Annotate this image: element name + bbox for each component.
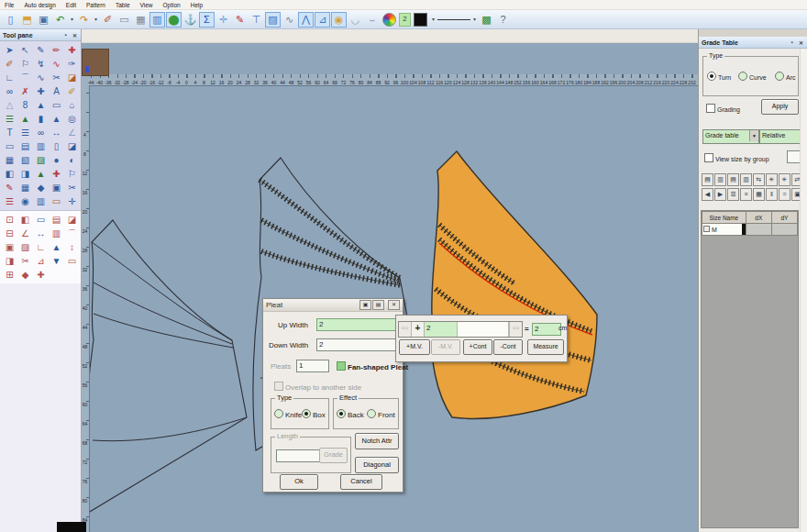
col-dy[interactable]: dY xyxy=(771,212,797,224)
minus-cont-button[interactable]: -Cont xyxy=(493,339,523,355)
tool-icon-g2-17[interactable]: ✂ xyxy=(18,255,32,268)
tool-icon-g1-4[interactable]: ✏ xyxy=(50,44,63,57)
line-color-dropdown-icon[interactable]: ▾ xyxy=(430,12,437,28)
front-radio[interactable] xyxy=(367,409,376,418)
tool-icon-g2-8[interactable]: ↔ xyxy=(34,227,48,240)
tool-icon-g1-36[interactable]: ▭ xyxy=(3,140,17,153)
tool-icon-g1-51[interactable]: ✎ xyxy=(3,182,17,194)
count-badge-icon[interactable]: 2 xyxy=(399,13,411,27)
size-name-cell[interactable]: M xyxy=(702,224,746,236)
apply-button[interactable]: Apply xyxy=(761,99,799,115)
tool-icon-g2-4[interactable]: ▤ xyxy=(50,214,63,227)
dialog-close-icon[interactable]: ✕ xyxy=(388,300,400,310)
tool-icon-g1-50[interactable]: ⚐ xyxy=(65,168,79,181)
tool-icon-g1-2[interactable]: ↖ xyxy=(18,44,32,57)
undo-icon[interactable]: ↶ xyxy=(52,12,68,28)
menu-file[interactable]: File xyxy=(5,2,14,8)
add-subtract-tool-icon[interactable]: ✛ xyxy=(216,12,231,28)
tool-icon-g1-37[interactable]: ▤ xyxy=(18,140,32,153)
tool-icon-g1-14[interactable]: ✂ xyxy=(50,72,63,84)
box-radio[interactable] xyxy=(302,409,311,418)
grade-table-dropdown[interactable]: Grade table▼ xyxy=(702,129,759,144)
tool-icon-g1-28[interactable]: ▮ xyxy=(34,113,48,126)
tool-icon-g1-52[interactable]: ▦ xyxy=(18,182,32,194)
save-icon[interactable]: ▣ xyxy=(36,12,51,28)
grade-tool-icon-2-3[interactable]: ☰ xyxy=(727,188,739,201)
tool-icon-g1-59[interactable]: ▭ xyxy=(50,195,63,208)
line-style-sample-icon[interactable] xyxy=(437,14,470,26)
tool-icon-g1-40[interactable]: ◪ xyxy=(65,140,79,153)
tool-icon-g2-19[interactable]: ▼ xyxy=(50,255,63,268)
format-brush-icon[interactable]: ✐ xyxy=(100,12,116,28)
tool-icon-g1-48[interactable]: ▲ xyxy=(34,168,48,181)
horizon-marker-icon[interactable]: ◉ xyxy=(331,12,347,28)
tool-icon-g1-58[interactable]: ▥ xyxy=(34,195,48,208)
ok-button[interactable]: Ok xyxy=(280,474,318,490)
pattern-piece-left[interactable] xyxy=(85,220,247,513)
tool-icon-g1-21[interactable]: △ xyxy=(3,99,17,112)
fan-shaped-checkbox[interactable] xyxy=(337,361,346,371)
sum-measure-icon[interactable]: Σ xyxy=(199,12,215,28)
diagonal-button[interactable]: Diagonal xyxy=(355,457,399,473)
tool-icon-g1-41[interactable]: ▦ xyxy=(3,154,17,167)
turn-radio[interactable] xyxy=(707,72,716,81)
measure-button[interactable]: Measure xyxy=(527,339,564,355)
value-input[interactable]: 2 xyxy=(425,322,458,337)
pleat-dialog-titlebar[interactable]: Pleat ▣ ▤ ✕ xyxy=(263,299,403,312)
notch-attr-button[interactable]: Notch Attr xyxy=(355,433,399,449)
piece-preview-icon[interactable]: ⬤ xyxy=(166,12,182,28)
view-size-checkbox[interactable] xyxy=(704,153,713,162)
grade-tool-icon-1-3[interactable]: ▤ xyxy=(727,173,739,186)
measure-film-icon[interactable]: ▩ xyxy=(479,12,494,28)
grading-checkbox[interactable] xyxy=(706,104,715,113)
tool-icon-g1-20[interactable]: ✐ xyxy=(65,85,79,98)
set-square-icon[interactable]: ⊿ xyxy=(315,12,330,28)
pleats-input[interactable]: 1 xyxy=(296,360,329,372)
plus-button[interactable]: + xyxy=(412,322,425,337)
press-tool-icon[interactable]: ⊤ xyxy=(249,12,264,28)
tool-icon-g1-24[interactable]: ▭ xyxy=(50,99,63,112)
tool-icon-g1-49[interactable]: ✚ xyxy=(50,168,63,181)
grade-tool-icon-2-6[interactable]: ‖ xyxy=(766,188,778,201)
next-step-button[interactable]: >> xyxy=(509,322,522,337)
ruler-origin-box[interactable] xyxy=(82,49,109,76)
tool-icon-g2-15[interactable]: ↕ xyxy=(65,241,79,254)
drawing-canvas[interactable]: -44-40-36-32-28-24-20-16-12-8-4048121620… xyxy=(82,43,698,532)
pin-icon[interactable]: ▪ xyxy=(789,39,795,45)
menu-help[interactable]: Help xyxy=(191,2,203,8)
dialog-pin-icon[interactable]: ▣ xyxy=(359,300,371,310)
tool-icon-g2-23[interactable]: ✚ xyxy=(34,269,48,282)
detail-pen-icon[interactable]: ✎ xyxy=(232,12,248,28)
grade-tool-icon-1-4[interactable]: ▥ xyxy=(740,173,752,186)
tool-icon-g1-5[interactable]: ✚ xyxy=(65,44,79,57)
tool-icon-g1-60[interactable]: ✛ xyxy=(65,195,79,208)
tool-icon-g1-13[interactable]: ∿ xyxy=(34,72,48,84)
grade-tool-icon-1-7[interactable]: ✳ xyxy=(779,173,790,186)
tool-icon-g2-20[interactable]: ▭ xyxy=(65,255,79,268)
tool-icon-g1-43[interactable]: ▨ xyxy=(34,154,48,167)
prev-step-button[interactable]: << xyxy=(399,322,412,337)
tool-icon-g1-26[interactable]: ☰ xyxy=(3,113,17,126)
tool-icon-g1-54[interactable]: ▣ xyxy=(50,182,63,194)
dialog-shade-icon[interactable]: ▤ xyxy=(372,300,384,310)
open-folder-icon[interactable]: ⬒ xyxy=(19,12,35,28)
tool-icon-g1-8[interactable]: ↯ xyxy=(34,58,48,71)
tool-icon-g1-11[interactable]: ∟ xyxy=(3,72,17,84)
tool-icon-g1-44[interactable]: ● xyxy=(50,154,63,167)
tool-icon-g1-31[interactable]: T xyxy=(3,127,17,139)
tool-icon-g1-33[interactable]: ∞ xyxy=(34,127,48,139)
tool-icon-g1-19[interactable]: A xyxy=(50,85,63,98)
tool-icon-g2-12[interactable]: ▨ xyxy=(18,241,32,254)
tool-icon-g1-1[interactable]: ➤ xyxy=(3,44,17,57)
tool-icon-g1-46[interactable]: ◧ xyxy=(3,168,17,181)
grade-tool-icon-2-4[interactable]: ≡ xyxy=(740,188,752,201)
length-input[interactable] xyxy=(276,449,320,462)
redo-icon[interactable]: ↷ xyxy=(76,12,92,28)
table-row[interactable]: M xyxy=(702,224,798,236)
line-style-dropdown-icon[interactable]: ▾ xyxy=(471,12,478,28)
tool-icon-g2-1[interactable]: ⊡ xyxy=(3,214,17,227)
minus-mv-button[interactable]: -M.V. xyxy=(431,339,460,355)
expression-input[interactable] xyxy=(458,322,509,337)
tool-icon-g1-35[interactable]: ∠ xyxy=(65,127,79,139)
tool-icon-g1-9[interactable]: ∿ xyxy=(50,58,63,71)
